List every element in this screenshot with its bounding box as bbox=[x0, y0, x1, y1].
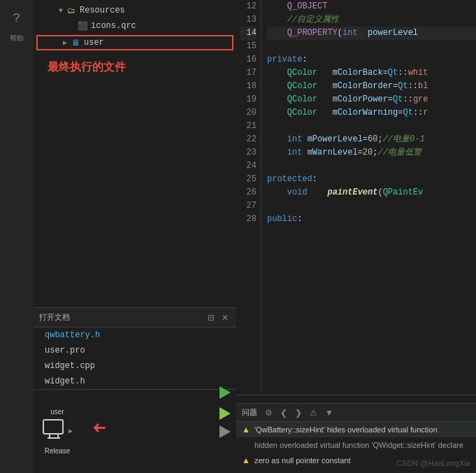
code-area: 12 13 14 15 16 17 18 19 20 21 22 23 24 2… bbox=[236, 0, 476, 395]
line-28: 28 bbox=[240, 213, 257, 226]
problems-label: 问题 bbox=[242, 407, 257, 418]
user-label: user bbox=[84, 38, 104, 48]
code-line-24 bbox=[267, 160, 476, 173]
code-line-27 bbox=[267, 199, 476, 213]
bottom-bar: user ▶ Release bbox=[34, 389, 236, 473]
code-line-25: protected: bbox=[267, 173, 476, 186]
user-bottom-label: user bbox=[50, 408, 64, 416]
warn-icon-0: ▲ bbox=[242, 425, 250, 435]
doc-name: widget.cpp bbox=[45, 361, 95, 371]
line-13: 13 bbox=[240, 13, 257, 27]
run-button[interactable] bbox=[219, 386, 231, 399]
filter-icon[interactable]: ⚙ bbox=[265, 408, 273, 418]
icons-qrc-label: icons.qrc bbox=[91, 21, 136, 31]
code-line-12: Q_OBJECT bbox=[267, 0, 476, 13]
red-arrow: ➜ bbox=[93, 414, 106, 442]
annotation-text: 最终执行的文件 bbox=[34, 52, 236, 83]
line-19: 19 bbox=[240, 93, 257, 106]
user-expand-icon: ▶ bbox=[60, 38, 70, 47]
line-numbers: 12 13 14 15 16 17 18 19 20 21 22 23 24 2… bbox=[236, 0, 261, 395]
problem-text-1: hidden overloaded virtual function 'QWid… bbox=[254, 441, 463, 449]
prev-problem-icon[interactable]: ❮ bbox=[280, 408, 287, 418]
user-bottom-item: user ▶ Release bbox=[42, 408, 73, 455]
line-22: 22 bbox=[240, 133, 257, 146]
split-editor-icon[interactable]: ⊟ bbox=[205, 313, 217, 323]
main-content: ▼ 🗂 Resources ⬛ icons.qrc ▶ 🖥 user bbox=[34, 0, 476, 473]
doc-name: qwbattery.h bbox=[45, 330, 100, 340]
line-25: 25 bbox=[240, 173, 257, 186]
doc-item-widget-cpp[interactable]: widget.cpp bbox=[34, 358, 236, 374]
resources-folder[interactable]: ▼ 🗂 Resources bbox=[34, 3, 236, 18]
qrc-spacer bbox=[67, 22, 77, 30]
line-24: 24 bbox=[240, 160, 257, 173]
code-line-16: private: bbox=[267, 53, 476, 66]
line-20: 20 bbox=[240, 106, 257, 120]
warn-indent-1: ▲ bbox=[242, 440, 250, 450]
debug-button[interactable] bbox=[219, 425, 231, 438]
qrc-file-icon: ⬛ bbox=[77, 20, 88, 31]
top-section: ▼ 🗂 Resources ⬛ icons.qrc ▶ 🖥 user bbox=[34, 0, 476, 473]
watermark: CSDN @HanLongXia bbox=[396, 459, 470, 467]
folder-arrow-icon: ▼ bbox=[56, 7, 66, 15]
code-line-18: QColor mColorBorder=Qt::bl bbox=[267, 80, 476, 93]
expand-arrow-icon: ▶ bbox=[68, 427, 73, 435]
folder-icon: 🗂 bbox=[66, 5, 77, 16]
file-tree-panel: ▼ 🗂 Resources ⬛ icons.qrc ▶ 🖥 user bbox=[34, 0, 236, 473]
help-icon[interactable]: ? bbox=[4, 6, 29, 31]
action-buttons bbox=[219, 383, 231, 438]
code-line-28: public: bbox=[267, 213, 476, 226]
doc-item-user-pro[interactable]: user.pro bbox=[34, 343, 236, 358]
code-line-19: QColor mColorPower=Qt::gre bbox=[267, 93, 476, 106]
next-problem-icon[interactable]: ❯ bbox=[295, 408, 302, 418]
open-docs-header: 打开文档 ⊟ ✕ bbox=[34, 308, 236, 327]
icons-qrc-item[interactable]: ⬛ icons.qrc bbox=[34, 18, 236, 34]
code-line-21 bbox=[267, 120, 476, 133]
left-sidebar: ? 帮助 bbox=[0, 0, 34, 473]
file-tree-content: ▼ 🗂 Resources ⬛ icons.qrc ▶ 🖥 user bbox=[34, 0, 236, 307]
monitor-icon bbox=[42, 418, 66, 443]
line-26: 26 bbox=[240, 186, 257, 199]
code-editor: 12 13 14 15 16 17 18 19 20 21 22 23 24 2… bbox=[236, 0, 476, 473]
problem-item-1[interactable]: ▲ hidden overloaded virtual function 'QW… bbox=[236, 437, 476, 453]
code-line-13: //自定义属性 bbox=[267, 13, 476, 27]
line-27: 27 bbox=[240, 199, 257, 213]
warning-filter-icon[interactable]: ⚠ bbox=[310, 408, 317, 418]
code-line-22: int mPowerLevel=60;//电量0-1 bbox=[267, 133, 476, 146]
more-filter-icon[interactable]: ▼ bbox=[325, 408, 333, 418]
line-18: 18 bbox=[240, 80, 257, 93]
header-icons: ⊟ ✕ bbox=[205, 313, 231, 323]
open-docs-section: 打开文档 ⊟ ✕ qwbattery.h user.pro widget.cpp bbox=[34, 307, 236, 389]
doc-name: widget.h bbox=[45, 376, 85, 386]
problem-text-0: 'QwBattery::sizeHint' hides overloaded v… bbox=[254, 425, 438, 434]
code-line-15 bbox=[267, 40, 476, 53]
open-docs-label: 打开文档 bbox=[39, 312, 205, 323]
line-21: 21 bbox=[240, 120, 257, 133]
build-button[interactable] bbox=[219, 407, 231, 420]
line-15: 15 bbox=[240, 40, 257, 53]
code-line-14: Q_PROPERTY(int powerLevel bbox=[267, 27, 476, 40]
monitor-svg bbox=[42, 418, 66, 439]
user-file-icon: 🖥 bbox=[70, 37, 81, 48]
problem-text-2: zero as null pointer constant bbox=[254, 456, 351, 465]
code-content[interactable]: Q_OBJECT //自定义属性 Q_PROPERTY(int powerLev… bbox=[261, 0, 476, 395]
code-line-17: QColor mColorBack=Qt::whit bbox=[267, 66, 476, 80]
line-12: 12 bbox=[240, 0, 257, 13]
problem-item-0[interactable]: ▲ 'QwBattery::sizeHint' hides overloaded… bbox=[236, 422, 476, 437]
code-line-20: QColor mColorWarning=Qt::r bbox=[267, 106, 476, 120]
line-14: 14 bbox=[240, 27, 257, 40]
doc-name: user.pro bbox=[45, 346, 85, 355]
doc-item-qwbattery[interactable]: qwbattery.h bbox=[34, 327, 236, 343]
user-item[interactable]: ▶ 🖥 user bbox=[36, 35, 233, 50]
help-label: 帮助 bbox=[10, 34, 24, 43]
scroll-bar-area[interactable] bbox=[236, 395, 476, 403]
svg-rect-0 bbox=[43, 420, 63, 434]
code-line-23: int mWarnLevel=20;//电量低警 bbox=[267, 146, 476, 160]
line-17: 17 bbox=[240, 66, 257, 80]
open-docs-list: qwbattery.h user.pro widget.cpp widget.h bbox=[34, 327, 236, 389]
close-all-icon[interactable]: ✕ bbox=[219, 313, 231, 323]
line-16: 16 bbox=[240, 53, 257, 66]
doc-item-widget-h[interactable]: widget.h bbox=[34, 374, 236, 389]
release-label: Release bbox=[45, 447, 71, 455]
problems-header: 问题 ⚙ ❮ ❯ ⚠ ▼ bbox=[236, 404, 476, 422]
line-23: 23 bbox=[240, 146, 257, 160]
